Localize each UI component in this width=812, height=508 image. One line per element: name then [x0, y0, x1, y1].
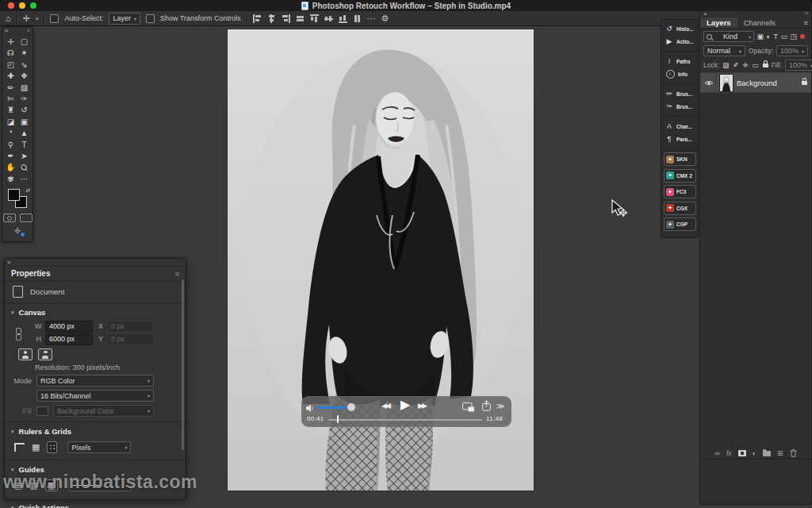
filter-shape-layers-icon[interactable]: ▭: [780, 33, 787, 40]
slice-tool-icon[interactable]: ✄: [4, 94, 17, 104]
landscape-orientation-button[interactable]: [38, 348, 52, 360]
filter-toggle-icon[interactable]: [800, 34, 805, 39]
canvas-section-header[interactable]: ▾ Canvas: [5, 303, 186, 319]
brush-tool-icon[interactable]: ✏: [4, 83, 17, 93]
visibility-cell[interactable]: [704, 73, 716, 92]
dock-item-cgp[interactable]: ✦ CGP: [664, 217, 696, 231]
more-controls-icon[interactable]: ≫: [496, 402, 504, 410]
filter-pixel-layers-icon[interactable]: ▣: [757, 33, 764, 40]
lock-all-icon[interactable]: [763, 64, 768, 67]
magic-wand-tool-icon[interactable]: ✶: [17, 48, 31, 58]
opacity-select[interactable]: 100% ▾: [776, 45, 808, 56]
distribute-horizontally-icon[interactable]: [296, 14, 304, 23]
filter-kind-select[interactable]: Kind ▾: [703, 31, 754, 42]
color-mode-select[interactable]: RGB Color ▾: [36, 375, 154, 387]
sharpen-tool-icon[interactable]: ▲: [17, 129, 31, 138]
layer-locked-icon[interactable]: [802, 81, 807, 85]
constrain-link-icon[interactable]: [16, 328, 21, 341]
tab-layers[interactable]: Layers: [700, 17, 737, 28]
lock-transparency-icon[interactable]: ▨: [722, 61, 729, 69]
dock-item-character[interactable]: A Char...: [661, 120, 698, 133]
dock-item-brushes[interactable]: ✑ Brus...: [661, 100, 698, 113]
layer-row-background[interactable]: Background: [700, 72, 811, 93]
share-icon[interactable]: [482, 400, 491, 411]
layer-thumbnail[interactable]: [720, 75, 733, 91]
portrait-orientation-button[interactable]: [18, 348, 33, 360]
lock-artboard-icon[interactable]: ▭: [753, 61, 759, 69]
rulers-toggle-icon[interactable]: [14, 443, 25, 452]
blur-tool-icon[interactable]: ❛: [4, 129, 17, 138]
pen-tool-icon[interactable]: ✒: [4, 152, 17, 161]
timeline-scrubber[interactable]: [328, 419, 482, 421]
tool-preset-chevron-icon[interactable]: ▾: [36, 14, 39, 23]
dock-item-fc3[interactable]: ✦ FC3: [664, 185, 696, 198]
rewind-button[interactable]: ◀◀: [381, 402, 389, 410]
link-layers-icon[interactable]: ∞: [714, 449, 719, 457]
foreground-color-swatch[interactable]: [8, 189, 20, 201]
align-top-edges-icon[interactable]: [310, 14, 319, 23]
crop-tool-icon[interactable]: ◰: [4, 60, 17, 70]
dock-item-actions[interactable]: ▶ Actio...: [661, 35, 698, 48]
align-left-edges-icon[interactable]: [253, 14, 262, 23]
show-transform-checkbox[interactable]: [146, 14, 155, 23]
filter-type-layers-icon[interactable]: T: [773, 33, 778, 40]
fill-select[interactable]: 100% ▾: [785, 60, 812, 71]
dock-item-paths[interactable]: ≀ Paths: [661, 55, 698, 67]
dock-item-history[interactable]: ↺ Histo...: [661, 22, 698, 35]
picture-in-picture-icon[interactable]: [462, 402, 475, 412]
adjustment-layer-icon[interactable]: ◐: [753, 449, 756, 457]
rulers-grids-section-header[interactable]: ▾ Rulers & Grids: [5, 422, 186, 438]
patch-tool-icon[interactable]: ❖: [17, 71, 31, 81]
eyedropper-tool-icon[interactable]: ⇘: [17, 60, 31, 70]
move-tool-icon[interactable]: ✛: [4, 37, 17, 47]
lock-pixels-icon[interactable]: ✐: [733, 61, 738, 69]
more-align-options-icon[interactable]: ⋯: [367, 14, 376, 23]
paint-bucket-tool-icon[interactable]: ▣: [17, 117, 31, 127]
type-tool-icon[interactable]: T: [17, 140, 31, 150]
dock-item-brush-settings[interactable]: ✏ Brus...: [661, 87, 698, 100]
bit-depth-select[interactable]: 16 Bits/Channel ▾: [36, 390, 154, 402]
close-icon[interactable]: ×: [7, 259, 11, 266]
screen-mode-button[interactable]: [20, 214, 33, 222]
dock-item-cgx[interactable]: ✦ CGX: [664, 202, 696, 215]
properties-scrollbar[interactable]: [182, 279, 184, 450]
mixer-brush-tool-icon[interactable]: ✑: [17, 94, 31, 104]
dock-item-skn[interactable]: ✦ SKN: [664, 152, 696, 166]
home-icon[interactable]: ⌂: [6, 14, 11, 23]
width-field[interactable]: 4000 px: [45, 321, 93, 333]
hand-tool-icon[interactable]: ✋: [4, 163, 17, 172]
auto-select-target-select[interactable]: Layer ▾: [109, 13, 140, 25]
volume-icon[interactable]: [306, 404, 316, 413]
toolbar-edit-icon[interactable]: ✾: [4, 175, 17, 184]
gradient-tool-icon[interactable]: ▨: [17, 83, 31, 93]
filter-adjustment-layers-icon[interactable]: ◐: [767, 33, 771, 40]
play-button[interactable]: ▶: [400, 397, 410, 412]
playhead-marker[interactable]: [337, 415, 339, 423]
swap-colors-icon[interactable]: ⇄: [25, 187, 30, 194]
collapse-panel-icon[interactable]: »: [27, 27, 30, 34]
dodge-tool-icon[interactable]: ⚲: [4, 140, 17, 150]
quick-mask-button[interactable]: [3, 214, 16, 222]
align-horizontal-centers-icon[interactable]: [267, 14, 276, 23]
new-group-icon[interactable]: [763, 451, 771, 456]
clone-stamp-tool-icon[interactable]: ♜: [4, 106, 17, 115]
panel-menu-icon[interactable]: ≡: [803, 18, 808, 27]
spot-healing-brush-tool-icon[interactable]: ✚: [4, 71, 17, 81]
close-icon[interactable]: ×: [5, 27, 9, 34]
grid-toggle-icon[interactable]: ▦: [32, 442, 40, 452]
filter-smart-objects-icon[interactable]: ◳: [790, 33, 797, 40]
distribute-vertically-icon[interactable]: [353, 14, 362, 23]
align-right-edges-icon[interactable]: [282, 14, 290, 23]
eraser-tool-icon[interactable]: ◪: [4, 117, 17, 127]
dock-item-info[interactable]: i Info: [661, 67, 698, 80]
snap-toggle-icon[interactable]: ∷: [47, 441, 57, 453]
units-select[interactable]: Pixels ▾: [67, 441, 131, 453]
more-tools-icon[interactable]: ⋯: [17, 175, 31, 184]
workspace-gear-icon[interactable]: ⚙: [381, 14, 389, 23]
add-mask-icon[interactable]: [738, 450, 746, 456]
history-brush-tool-icon[interactable]: ↺: [17, 106, 31, 115]
quick-actions-section-header[interactable]: ▾ Quick Actions: [5, 498, 186, 508]
new-layer-icon[interactable]: ⊞: [777, 449, 783, 457]
share-app-icon[interactable]: ✣: [13, 227, 23, 236]
align-vertical-centers-icon[interactable]: [324, 14, 333, 23]
